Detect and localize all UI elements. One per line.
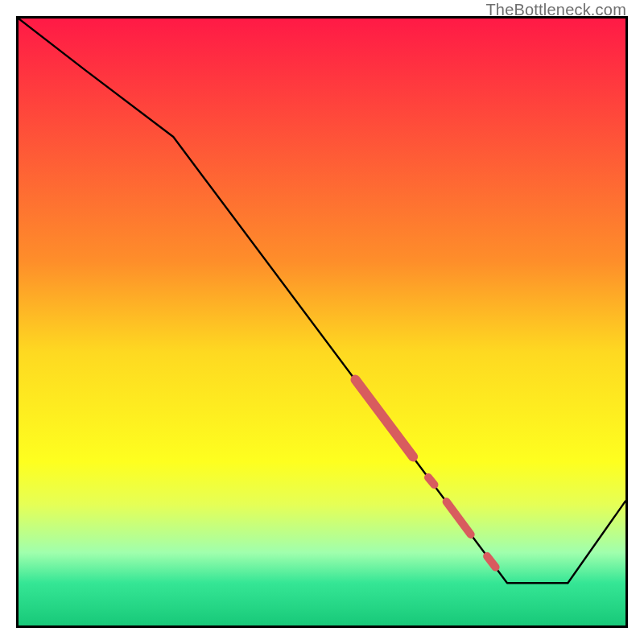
bottleneck-chart: [19, 19, 625, 625]
watermark-text: TheBottleneck.com: [485, 1, 626, 19]
highlight-segment: [428, 477, 435, 485]
chart-frame: [16, 16, 628, 628]
gradient-background: [19, 19, 625, 625]
